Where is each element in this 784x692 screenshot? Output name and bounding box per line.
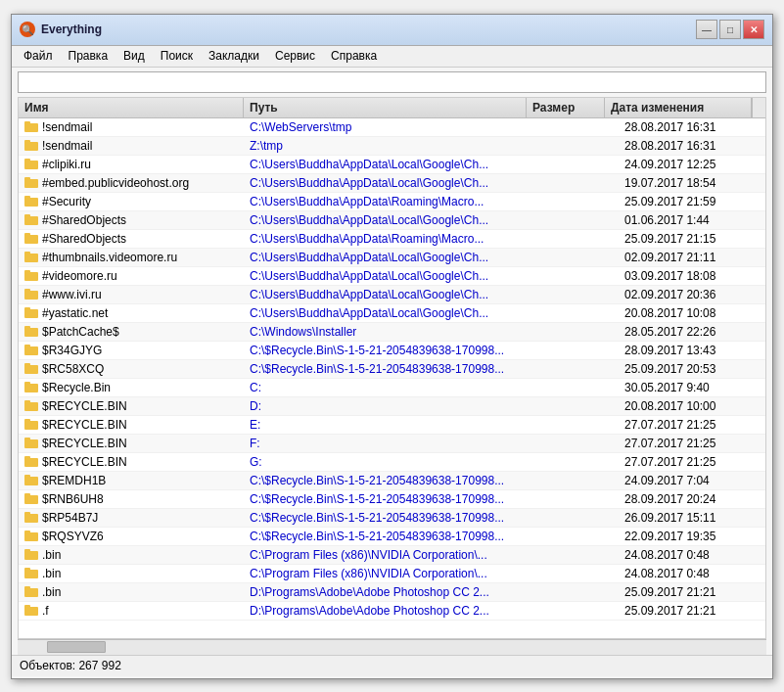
cell-name: $RECYCLE.BIN xyxy=(19,416,244,434)
table-row[interactable]: #yastatic.netC:\Users\Buddha\AppData\Loc… xyxy=(19,304,765,323)
cell-size xyxy=(540,472,619,489)
col-name[interactable]: Имя xyxy=(19,98,244,117)
file-list: Имя Путь Размер Дата изменения !sendmail… xyxy=(18,97,766,639)
table-row[interactable]: #SecurityC:\Users\Buddha\AppData\Roaming… xyxy=(19,193,765,211)
folder-icon xyxy=(24,475,38,485)
cell-name: $RP54B7J xyxy=(19,509,244,527)
cell-size xyxy=(540,397,619,415)
folder-icon xyxy=(24,177,38,188)
table-row[interactable]: .fD:\Programs\Adobe\Adobe Photoshop CC 2… xyxy=(19,602,765,621)
col-size[interactable]: Размер xyxy=(527,98,605,117)
table-row[interactable]: $PatchCache$C:\Windows\Installer28.05.20… xyxy=(19,323,765,342)
cell-size xyxy=(540,602,619,620)
folder-icon xyxy=(24,419,38,430)
menu-view[interactable]: Вид xyxy=(115,47,153,65)
cell-name: $RECYCLE.BIN xyxy=(19,397,244,415)
table-row[interactable]: .binC:\Program Files (x86)\NVIDIA Corpor… xyxy=(19,546,765,565)
menu-bar: Файл Правка Вид Поиск Закладки Сервис Сп… xyxy=(12,46,772,68)
table-row[interactable]: $R34GJYGC:\$Recycle.Bin\S-1-5-21-2054839… xyxy=(19,342,765,360)
cell-name: #SharedObjects xyxy=(19,230,244,248)
cell-path: C:\Windows\Installer xyxy=(244,323,540,341)
cell-path: F: xyxy=(244,435,540,452)
maximize-button[interactable]: □ xyxy=(719,20,741,39)
table-row[interactable]: !sendmailC:\WebServers\tmp28.08.2017 16:… xyxy=(19,118,765,137)
menu-bookmarks[interactable]: Закладки xyxy=(201,47,267,65)
cell-name: #embed.publicvideohost.org xyxy=(19,174,244,192)
table-row[interactable]: $RECYCLE.BINF:27.07.2017 21:25 xyxy=(19,435,765,453)
table-row[interactable]: $REMDH1BC:\$Recycle.Bin\S-1-5-21-2054839… xyxy=(19,472,765,490)
table-row[interactable]: #clipiki.ruC:\Users\Buddha\AppData\Local… xyxy=(19,156,765,174)
table-row[interactable]: $RP54B7JC:\$Recycle.Bin\S-1-5-21-2054839… xyxy=(19,509,765,528)
table-row[interactable]: !sendmailZ:\tmp28.08.2017 16:31 xyxy=(19,137,765,156)
file-name: $PatchCache$ xyxy=(42,325,119,339)
table-row[interactable]: $RC58XCQC:\$Recycle.Bin\S-1-5-21-2054839… xyxy=(19,360,765,379)
close-button[interactable]: ✕ xyxy=(743,20,764,39)
folder-icon xyxy=(24,307,38,318)
cell-size xyxy=(540,453,619,471)
table-row[interactable]: .binD:\Programs\Adobe\Adobe Photoshop CC… xyxy=(19,583,765,602)
main-window: 🔍 Everything — □ ✕ Файл Правка Вид Поиск… xyxy=(11,14,773,679)
cell-size xyxy=(540,230,619,248)
menu-help[interactable]: Справка xyxy=(323,47,385,65)
file-name: $RQSYVZ6 xyxy=(42,530,104,543)
cell-size xyxy=(540,174,619,192)
table-row[interactable]: #thumbnails.videomore.ruC:\Users\Buddha\… xyxy=(19,249,765,267)
table-row[interactable]: $RECYCLE.BINE:27.07.2017 21:25 xyxy=(19,416,765,435)
cell-size xyxy=(540,342,619,359)
cell-path: C:\Users\Buddha\AppData\Local\Google\Ch.… xyxy=(244,156,540,173)
cell-name: $RC58XCQ xyxy=(19,360,244,378)
col-modified[interactable]: Дата изменения xyxy=(605,98,752,117)
table-header: Имя Путь Размер Дата изменения xyxy=(19,98,765,118)
hscroll-thumb[interactable] xyxy=(47,641,106,653)
cell-modified: 25.09.2017 21:21 xyxy=(619,602,765,620)
file-name: #SharedObjects xyxy=(42,232,126,246)
cell-name: .bin xyxy=(19,583,244,601)
folder-icon xyxy=(24,568,38,578)
search-input[interactable] xyxy=(23,75,761,89)
file-name: #videomore.ru xyxy=(42,269,117,283)
folder-icon xyxy=(24,270,38,281)
cell-name: !sendmail xyxy=(19,118,244,136)
cell-path: E: xyxy=(244,416,540,434)
table-row[interactable]: $RECYCLE.BIND:20.08.2017 10:00 xyxy=(19,397,765,416)
minimize-button[interactable]: — xyxy=(696,20,717,39)
cell-path: C:\Users\Buddha\AppData\Local\Google\Ch.… xyxy=(244,304,540,322)
cell-modified: 24.08.2017 0:48 xyxy=(619,565,765,582)
col-path[interactable]: Путь xyxy=(244,98,527,117)
cell-modified: 28.08.2017 16:31 xyxy=(619,118,765,136)
table-row[interactable]: $RNB6UH8C:\$Recycle.Bin\S-1-5-21-2054839… xyxy=(19,490,765,509)
horizontal-scrollbar[interactable] xyxy=(18,639,766,655)
file-name: .f xyxy=(42,604,49,618)
table-row[interactable]: #SharedObjectsC:\Users\Buddha\AppData\Ro… xyxy=(19,230,765,249)
cell-path: G: xyxy=(244,453,540,471)
cell-path: C:\Program Files (x86)\NVIDIA Corporatio… xyxy=(244,565,540,582)
cell-modified: 24.09.2017 7:04 xyxy=(619,472,765,489)
folder-icon xyxy=(24,326,38,337)
file-name: $REMDH1B xyxy=(42,474,106,487)
table-row[interactable]: .binC:\Program Files (x86)\NVIDIA Corpor… xyxy=(19,565,765,583)
table-row[interactable]: #www.ivi.ruC:\Users\Buddha\AppData\Local… xyxy=(19,286,765,304)
cell-name: #yastatic.net xyxy=(19,304,244,322)
table-row[interactable]: $Recycle.BinC:30.05.2017 9:40 xyxy=(19,379,765,397)
table-row[interactable]: #embed.publicvideohost.orgC:\Users\Buddh… xyxy=(19,174,765,193)
table-row[interactable]: #videomore.ruC:\Users\Buddha\AppData\Loc… xyxy=(19,267,765,286)
table-row[interactable]: #SharedObjectsC:\Users\Buddha\AppData\Lo… xyxy=(19,211,765,230)
file-name: #Security xyxy=(42,195,91,208)
menu-service[interactable]: Сервис xyxy=(267,47,323,65)
folder-icon xyxy=(24,586,38,597)
folder-icon xyxy=(24,289,38,300)
cell-name: $R34GJYG xyxy=(19,342,244,359)
menu-search[interactable]: Поиск xyxy=(153,47,201,65)
cell-size xyxy=(540,249,619,266)
search-bar[interactable] xyxy=(18,71,766,93)
cell-modified: 01.06.2017 1:44 xyxy=(619,211,765,229)
cell-name: $RECYCLE.BIN xyxy=(19,435,244,452)
file-name: .bin xyxy=(42,548,61,562)
table-row[interactable]: $RQSYVZ6C:\$Recycle.Bin\S-1-5-21-2054839… xyxy=(19,528,765,546)
menu-edit[interactable]: Правка xyxy=(61,47,116,65)
cell-name: .f xyxy=(19,602,244,620)
menu-file[interactable]: Файл xyxy=(16,47,61,65)
file-name: $RP54B7J xyxy=(42,511,98,525)
folder-icon xyxy=(24,382,38,392)
table-row[interactable]: $RECYCLE.BING:27.07.2017 21:25 xyxy=(19,453,765,472)
